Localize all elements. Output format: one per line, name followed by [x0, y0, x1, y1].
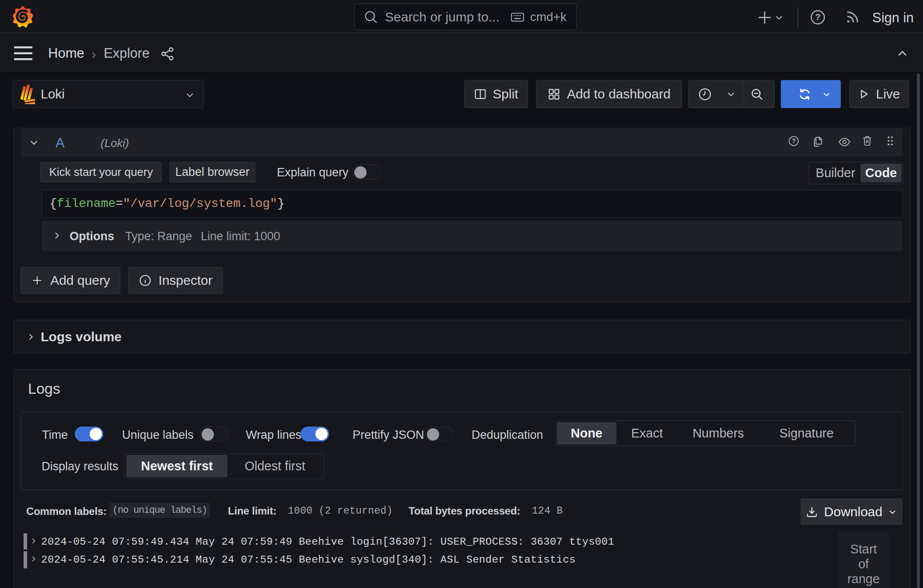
svg-text:?: ?: [792, 137, 796, 144]
svg-text:?: ?: [815, 12, 820, 22]
